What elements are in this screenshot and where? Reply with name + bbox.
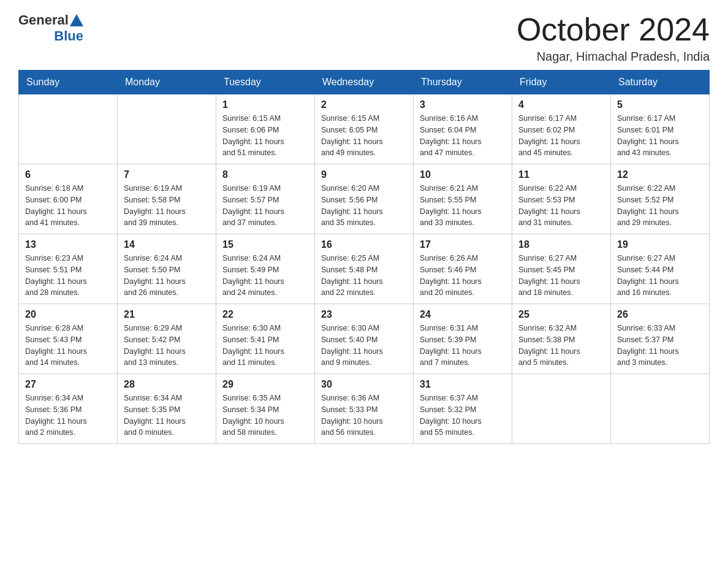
logo-blue: Blue	[54, 28, 83, 44]
day-number: 3	[420, 99, 506, 110]
day-number: 24	[420, 309, 506, 320]
table-row: 27Sunrise: 6:34 AMSunset: 5:36 PMDayligh…	[19, 374, 118, 444]
table-row: 24Sunrise: 6:31 AMSunset: 5:39 PMDayligh…	[414, 304, 512, 374]
day-number: 19	[617, 239, 703, 250]
day-info: Sunrise: 6:27 AMSunset: 5:45 PMDaylight:…	[518, 253, 604, 299]
month-title: October 2024	[517, 12, 710, 47]
table-row: 25Sunrise: 6:32 AMSunset: 5:38 PMDayligh…	[512, 304, 611, 374]
day-number: 8	[222, 169, 308, 180]
table-row: 11Sunrise: 6:22 AMSunset: 5:53 PMDayligh…	[512, 164, 611, 234]
col-thursday: Thursday	[414, 71, 512, 94]
table-row: 17Sunrise: 6:26 AMSunset: 5:46 PMDayligh…	[414, 234, 512, 304]
day-info: Sunrise: 6:31 AMSunset: 5:39 PMDaylight:…	[420, 323, 506, 369]
day-number: 15	[222, 239, 308, 250]
table-row: 19Sunrise: 6:27 AMSunset: 5:44 PMDayligh…	[611, 234, 710, 304]
table-row: 21Sunrise: 6:29 AMSunset: 5:42 PMDayligh…	[118, 304, 216, 374]
day-info: Sunrise: 6:23 AMSunset: 5:51 PMDaylight:…	[25, 253, 111, 299]
day-number: 14	[124, 239, 210, 250]
table-row	[118, 94, 216, 164]
day-info: Sunrise: 6:21 AMSunset: 5:55 PMDaylight:…	[420, 183, 506, 229]
day-info: Sunrise: 6:19 AMSunset: 5:57 PMDaylight:…	[222, 183, 308, 229]
table-row: 5Sunrise: 6:17 AMSunset: 6:01 PMDaylight…	[611, 94, 710, 164]
day-number: 21	[124, 309, 210, 320]
day-info: Sunrise: 6:22 AMSunset: 5:52 PMDaylight:…	[617, 183, 703, 229]
day-info: Sunrise: 6:37 AMSunset: 5:32 PMDaylight:…	[420, 393, 506, 439]
table-row	[19, 94, 118, 164]
day-number: 29	[222, 379, 308, 390]
day-info: Sunrise: 6:29 AMSunset: 5:42 PMDaylight:…	[124, 323, 210, 369]
day-number: 5	[617, 99, 703, 110]
table-row: 7Sunrise: 6:19 AMSunset: 5:58 PMDaylight…	[118, 164, 216, 234]
table-row	[512, 374, 611, 444]
day-info: Sunrise: 6:19 AMSunset: 5:58 PMDaylight:…	[124, 183, 210, 229]
col-wednesday: Wednesday	[315, 71, 414, 94]
day-info: Sunrise: 6:25 AMSunset: 5:48 PMDaylight:…	[321, 253, 407, 299]
day-info: Sunrise: 6:20 AMSunset: 5:56 PMDaylight:…	[321, 183, 407, 229]
day-info: Sunrise: 6:22 AMSunset: 5:53 PMDaylight:…	[518, 183, 604, 229]
day-info: Sunrise: 6:32 AMSunset: 5:38 PMDaylight:…	[518, 323, 604, 369]
day-number: 2	[321, 99, 407, 110]
title-area: October 2024 Nagar, Himachal Pradesh, In…	[517, 12, 710, 64]
page-header: General Blue October 2024 Nagar, Himacha…	[18, 12, 710, 64]
logo: General Blue	[18, 12, 83, 44]
day-number: 16	[321, 239, 407, 250]
calendar-table: Sunday Monday Tuesday Wednesday Thursday…	[18, 70, 710, 444]
table-row: 1Sunrise: 6:15 AMSunset: 6:06 PMDaylight…	[216, 94, 315, 164]
day-info: Sunrise: 6:34 AMSunset: 5:35 PMDaylight:…	[124, 393, 210, 439]
day-info: Sunrise: 6:27 AMSunset: 5:44 PMDaylight:…	[617, 253, 703, 299]
svg-marker-0	[70, 14, 83, 26]
day-number: 10	[420, 169, 506, 180]
day-number: 7	[124, 169, 210, 180]
day-number: 6	[25, 169, 111, 180]
col-saturday: Saturday	[611, 71, 710, 94]
day-number: 25	[518, 309, 604, 320]
calendar-week-3: 13Sunrise: 6:23 AMSunset: 5:51 PMDayligh…	[19, 234, 710, 304]
table-row: 14Sunrise: 6:24 AMSunset: 5:50 PMDayligh…	[118, 234, 216, 304]
day-number: 18	[518, 239, 604, 250]
table-row: 4Sunrise: 6:17 AMSunset: 6:02 PMDaylight…	[512, 94, 611, 164]
day-number: 23	[321, 309, 407, 320]
table-row: 20Sunrise: 6:28 AMSunset: 5:43 PMDayligh…	[19, 304, 118, 374]
table-row: 18Sunrise: 6:27 AMSunset: 5:45 PMDayligh…	[512, 234, 611, 304]
col-tuesday: Tuesday	[216, 71, 315, 94]
table-row: 30Sunrise: 6:36 AMSunset: 5:33 PMDayligh…	[315, 374, 414, 444]
col-monday: Monday	[118, 71, 216, 94]
day-info: Sunrise: 6:30 AMSunset: 5:41 PMDaylight:…	[222, 323, 308, 369]
calendar-week-2: 6Sunrise: 6:18 AMSunset: 6:00 PMDaylight…	[19, 164, 710, 234]
day-number: 13	[25, 239, 111, 250]
table-row: 16Sunrise: 6:25 AMSunset: 5:48 PMDayligh…	[315, 234, 414, 304]
col-friday: Friday	[512, 71, 611, 94]
location-title: Nagar, Himachal Pradesh, India	[517, 50, 710, 64]
day-info: Sunrise: 6:16 AMSunset: 6:04 PMDaylight:…	[420, 113, 506, 159]
day-info: Sunrise: 6:18 AMSunset: 6:00 PMDaylight:…	[25, 183, 111, 229]
day-info: Sunrise: 6:24 AMSunset: 5:50 PMDaylight:…	[124, 253, 210, 299]
day-info: Sunrise: 6:26 AMSunset: 5:46 PMDaylight:…	[420, 253, 506, 299]
day-number: 31	[420, 379, 506, 390]
table-row: 3Sunrise: 6:16 AMSunset: 6:04 PMDaylight…	[414, 94, 512, 164]
logo-general: General	[18, 12, 69, 28]
day-info: Sunrise: 6:15 AMSunset: 6:05 PMDaylight:…	[321, 113, 407, 159]
logo-triangle-icon	[70, 14, 83, 26]
day-number: 17	[420, 239, 506, 250]
table-row: 29Sunrise: 6:35 AMSunset: 5:34 PMDayligh…	[216, 374, 315, 444]
day-info: Sunrise: 6:35 AMSunset: 5:34 PMDaylight:…	[222, 393, 308, 439]
day-number: 11	[518, 169, 604, 180]
table-row: 13Sunrise: 6:23 AMSunset: 5:51 PMDayligh…	[19, 234, 118, 304]
calendar-week-4: 20Sunrise: 6:28 AMSunset: 5:43 PMDayligh…	[19, 304, 710, 374]
table-row: 15Sunrise: 6:24 AMSunset: 5:49 PMDayligh…	[216, 234, 315, 304]
table-row: 12Sunrise: 6:22 AMSunset: 5:52 PMDayligh…	[611, 164, 710, 234]
calendar-header-row: Sunday Monday Tuesday Wednesday Thursday…	[19, 71, 710, 94]
day-number: 20	[25, 309, 111, 320]
table-row	[611, 374, 710, 444]
col-sunday: Sunday	[19, 71, 118, 94]
day-info: Sunrise: 6:24 AMSunset: 5:49 PMDaylight:…	[222, 253, 308, 299]
day-number: 1	[222, 99, 308, 110]
table-row: 26Sunrise: 6:33 AMSunset: 5:37 PMDayligh…	[611, 304, 710, 374]
table-row: 10Sunrise: 6:21 AMSunset: 5:55 PMDayligh…	[414, 164, 512, 234]
day-info: Sunrise: 6:17 AMSunset: 6:02 PMDaylight:…	[518, 113, 604, 159]
day-number: 26	[617, 309, 703, 320]
day-number: 4	[518, 99, 604, 110]
day-info: Sunrise: 6:33 AMSunset: 5:37 PMDaylight:…	[617, 323, 703, 369]
table-row: 31Sunrise: 6:37 AMSunset: 5:32 PMDayligh…	[414, 374, 512, 444]
day-info: Sunrise: 6:30 AMSunset: 5:40 PMDaylight:…	[321, 323, 407, 369]
